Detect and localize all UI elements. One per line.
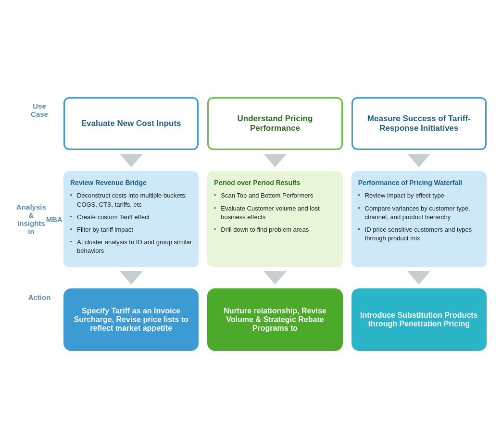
- usecase-title-2: Understand Pricing Performance: [216, 114, 333, 133]
- analysis-title-2: Period over Period Results: [214, 179, 336, 187]
- action-row-label: Action: [15, 288, 63, 306]
- usecase-box-2: Understand Pricing Performance: [207, 97, 342, 150]
- analysis-list-1: Deconstruct costs into multiple buckets:…: [70, 191, 192, 255]
- analysis-bullet-1-1: Deconstruct costs into multiple buckets:…: [70, 191, 192, 209]
- action-row: Action Specify Tariff as an Invoice Surc…: [15, 288, 487, 351]
- analysis-row: Analysis &Insights inMBA Review Revenue …: [15, 171, 487, 267]
- usecase-title-3: Measure Success of Tariff-Response Initi…: [361, 114, 477, 133]
- analysis-bullet-1-2: Create custom Tariff effect: [70, 213, 192, 222]
- action-box-3: Introduce Substitution Products through …: [351, 288, 487, 351]
- usecase-row: UseCase Evaluate New Cost Inputs Underst…: [15, 97, 487, 150]
- usecase-box-1: Evaluate New Cost Inputs: [63, 97, 199, 150]
- action-text-1: Specify Tariff as an Invoice Surcharge, …: [71, 307, 191, 333]
- arrow-down-1: [120, 154, 143, 167]
- arrow-down-5: [264, 271, 287, 285]
- action-text-2: Nurture relationship, Revise Volume & St…: [215, 307, 335, 333]
- usecase-columns: Evaluate New Cost Inputs Understand Pric…: [63, 97, 487, 150]
- analysis-title-1: Review Revenue Bridge: [70, 179, 192, 187]
- arrow-down-4: [120, 271, 143, 285]
- diagram-container: UseCase Evaluate New Cost Inputs Underst…: [11, 87, 491, 360]
- analysis-bullet-2-2: Evaluate Customer volume and lost busine…: [214, 204, 336, 222]
- analysis-bullet-3-1: Review impact by effect type: [358, 191, 480, 200]
- analysis-box-2: Period over Period Results Scan Top and …: [207, 171, 342, 267]
- analysis-bullet-2-3: Drill down to find problem areas: [214, 225, 336, 234]
- analysis-title-3: Performance of Pricing Waterfall: [358, 179, 480, 187]
- arrow-down-3: [407, 154, 430, 167]
- arrow-row-2: [15, 271, 487, 285]
- analysis-row-label: Analysis &Insights inMBA: [15, 198, 63, 240]
- analysis-box-1: Review Revenue Bridge Deconstruct costs …: [63, 171, 199, 267]
- usecase-title-1: Evaluate New Cost Inputs: [81, 119, 181, 128]
- analysis-list-2: Scan Top and Bottom Performers Evaluate …: [214, 191, 336, 234]
- arrow-down-2: [264, 154, 287, 167]
- action-text-3: Introduce Substitution Products through …: [359, 311, 479, 328]
- analysis-bullet-2-1: Scan Top and Bottom Performers: [214, 191, 336, 200]
- analysis-columns: Review Revenue Bridge Deconstruct costs …: [63, 171, 487, 267]
- usecase-box-3: Measure Success of Tariff-Response Initi…: [351, 97, 487, 150]
- analysis-bullet-3-2: Compare variances by customer type, chan…: [358, 204, 480, 222]
- analysis-box-3: Performance of Pricing Waterfall Review …: [351, 171, 487, 267]
- arrow-row-1: [15, 154, 487, 167]
- action-box-1: Specify Tariff as an Invoice Surcharge, …: [63, 288, 199, 351]
- arrow-down-6: [407, 271, 430, 285]
- analysis-bullet-1-4: AI cluster analysis to ID and group simi…: [70, 238, 192, 255]
- analysis-bullet-1-3: Filter by tariff impact: [70, 225, 192, 234]
- arrows-2: [63, 271, 487, 285]
- analysis-list-3: Review impact by effect type Compare var…: [358, 191, 480, 243]
- usecase-row-label: UseCase: [15, 97, 63, 123]
- action-columns: Specify Tariff as an Invoice Surcharge, …: [63, 288, 487, 351]
- analysis-bullet-3-3: ID price sensitive customers and types t…: [358, 225, 480, 243]
- action-box-2: Nurture relationship, Revise Volume & St…: [207, 288, 342, 351]
- arrows-1: [63, 154, 487, 167]
